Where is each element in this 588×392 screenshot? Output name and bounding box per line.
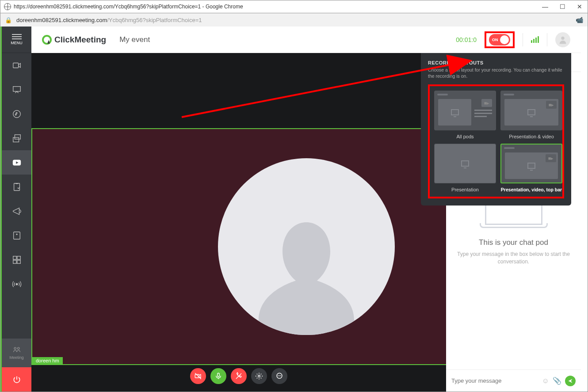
svg-rect-8 <box>13 256 16 259</box>
toggle-knob <box>500 35 509 44</box>
timer: 00:01:0 <box>456 36 477 43</box>
annotation-layouts-highlight: ■▸ All pods ■▸ Presentation & video <box>428 84 564 198</box>
layout-presentation-video[interactable]: ■▸ Presentation & video <box>500 91 562 139</box>
mic-toggle-button[interactable] <box>210 368 226 384</box>
sidebar-screenshare[interactable] <box>2 126 31 150</box>
svg-rect-1 <box>13 86 20 91</box>
sidebar-end-event[interactable] <box>2 367 31 392</box>
sidebar-presentation[interactable] <box>2 77 31 102</box>
svg-rect-10 <box>13 260 16 263</box>
popover-desc: Choose a room layout for your recording.… <box>428 67 564 79</box>
close-button[interactable]: ✕ <box>575 3 584 10</box>
svg-line-17 <box>195 373 201 379</box>
send-button[interactable] <box>565 376 576 386</box>
layout-label: Presentation, video, top bar <box>501 187 562 192</box>
popover-title: RECORDER LAYOUTS <box>428 60 564 65</box>
svg-point-12 <box>16 283 18 285</box>
sidebar-whiteboard[interactable] <box>2 102 31 126</box>
chat-title: This is your chat pod <box>479 238 548 247</box>
event-name: My event <box>119 35 150 44</box>
sidebar: MENU Meeting <box>0 27 31 392</box>
sidebar-stream[interactable] <box>2 272 31 296</box>
svg-point-20 <box>258 375 260 377</box>
svg-rect-4 <box>13 137 19 142</box>
recording-toggle[interactable]: ON <box>489 34 510 46</box>
layout-all-pods[interactable]: ■▸ All pods <box>434 91 496 139</box>
layout-presentation-video-topbar[interactable]: ■▸ Presentation, video, top bar <box>500 144 562 192</box>
chat-toggle-button[interactable] <box>271 368 287 384</box>
minimize-button[interactable]: — <box>540 3 550 10</box>
logo-icon <box>42 35 52 45</box>
brand-name: ClickMeeting <box>54 35 106 45</box>
svg-rect-7 <box>13 232 20 239</box>
toggle-label: ON <box>492 38 498 42</box>
hamburger-icon <box>12 34 22 39</box>
sidebar-cta[interactable] <box>2 199 31 223</box>
meeting-label: Meeting <box>9 355 23 360</box>
user-label: doreen hm <box>32 357 63 364</box>
chat-input[interactable] <box>451 377 538 384</box>
sidebar-av[interactable] <box>2 53 31 77</box>
svg-point-13 <box>14 347 16 350</box>
sidebar-meeting-mode[interactable]: Meeting <box>2 339 31 367</box>
camera-toggle-button[interactable] <box>190 368 206 384</box>
signal-icon[interactable] <box>531 36 539 43</box>
menu-label: MENU <box>11 41 23 45</box>
window-title: https://doreenhm082591.clickmeeting.com/… <box>14 4 243 10</box>
url-path: /Ycbq6hmg56?skipPlatformChoice=1 <box>107 17 202 23</box>
svg-point-14 <box>17 347 19 350</box>
recorder-layouts-popover: RECORDER LAYOUTS Choose a room layout fo… <box>421 53 571 206</box>
layout-presentation[interactable]: Presentation <box>434 144 496 192</box>
chat-input-row: ☺ 📎 <box>446 369 581 392</box>
layout-label: Presentation <box>451 187 479 192</box>
window-controls: — ☐ ✕ <box>540 3 584 10</box>
camera-indicator-icon[interactable]: 📹 <box>576 16 583 23</box>
sidebar-youtube[interactable] <box>2 150 31 175</box>
sidebar-survey[interactable] <box>2 175 31 199</box>
globe-icon <box>4 3 11 10</box>
svg-rect-9 <box>17 256 20 259</box>
chat-subtitle: Type your message in the box below to st… <box>455 251 572 266</box>
svg-rect-11 <box>17 260 20 263</box>
annotation-toggle-highlight: ON <box>485 31 515 48</box>
menu-button[interactable]: MENU <box>2 27 31 53</box>
phone-toggle-button[interactable] <box>231 368 247 384</box>
url-host: doreenhm082591.clickmeeting.com <box>16 17 107 23</box>
svg-rect-6 <box>14 183 19 190</box>
sidebar-qa[interactable] <box>2 223 31 247</box>
emoji-icon[interactable]: ☺ <box>542 377 549 385</box>
avatar-placeholder <box>218 158 395 335</box>
svg-point-15 <box>561 36 564 39</box>
layout-label: Presentation & video <box>509 134 554 139</box>
av-settings-button[interactable] <box>251 368 267 384</box>
svg-rect-3 <box>15 134 20 139</box>
app-header: ClickMeeting My event 00:01:0 ON <box>31 27 581 53</box>
attach-icon[interactable]: 📎 <box>553 377 561 385</box>
bottom-controls <box>31 365 446 387</box>
layout-label: All pods <box>456 134 473 139</box>
browser-titlebar: https://doreenhm082591.clickmeeting.com/… <box>0 0 588 13</box>
sidebar-breakout[interactable] <box>2 247 31 272</box>
browser-addressbar[interactable]: 🔒 doreenhm082591.clickmeeting.com/Ycbq6h… <box>0 13 588 27</box>
svg-rect-0 <box>13 63 18 68</box>
svg-rect-18 <box>218 373 220 377</box>
lock-icon: 🔒 <box>5 17 12 23</box>
maximize-button[interactable]: ☐ <box>558 3 567 10</box>
avatar[interactable] <box>555 32 570 47</box>
logo[interactable]: ClickMeeting <box>42 35 106 45</box>
